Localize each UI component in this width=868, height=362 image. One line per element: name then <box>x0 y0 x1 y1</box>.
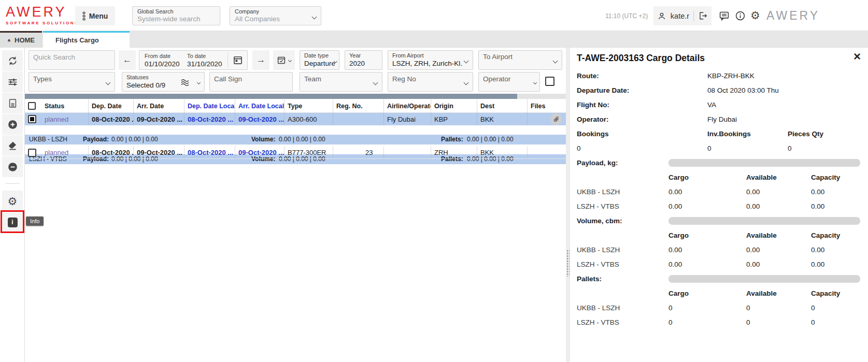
divider <box>227 53 228 67</box>
operator-select[interactable]: Operator <box>478 72 540 92</box>
reg-no-cell <box>333 113 383 125</box>
column-header[interactable]: Files <box>527 99 566 112</box>
tab-flights-cargo[interactable]: Flights Cargo <box>43 31 130 48</box>
next-period-button[interactable]: → <box>252 50 269 70</box>
user-menu[interactable]: kate.r <box>653 6 712 25</box>
column-header[interactable]: Type <box>284 99 333 112</box>
section-columns-row: Cargo Available Capacity <box>570 171 868 186</box>
reg-no-select[interactable]: Reg No <box>388 72 473 92</box>
column-label: Available <box>746 173 777 181</box>
column-header[interactable]: Dep. Date Local <box>184 99 235 112</box>
date-preset-button[interactable] <box>273 50 295 70</box>
from-date-input[interactable]: From date 01/10/2020 <box>145 52 180 68</box>
column-label: Capacity <box>811 231 840 239</box>
cargo-value: 0.00 <box>668 202 682 210</box>
close-icon[interactable]: × <box>853 50 861 63</box>
info-circle-icon[interactable] <box>735 10 746 21</box>
section-header-volume: Volume, cbm: <box>570 215 868 229</box>
to-airport-select[interactable]: To Airport <box>478 50 562 70</box>
stat-value: 0 <box>707 144 712 152</box>
volume-progress-bar <box>668 217 860 225</box>
statuses-select[interactable]: Statuses Selected 0/9 <box>122 72 205 92</box>
panel-splitter[interactable] <box>566 48 570 362</box>
logout-icon[interactable] <box>698 11 708 21</box>
calendar-picker-button[interactable] <box>233 55 243 65</box>
section-columns-row: Cargo Available Capacity <box>570 287 868 302</box>
leg-route: LSZH - VTBS <box>577 202 619 210</box>
global-search-placeholder: System-wide search <box>137 15 215 23</box>
company-select[interactable]: Company All Companies <box>230 6 321 25</box>
brand-wordmark-right: AWERY <box>766 9 820 23</box>
home-icon <box>7 37 11 44</box>
column-header[interactable]: Arr. Date Local <box>235 99 284 112</box>
remove-button[interactable] <box>2 156 23 177</box>
year-label: Year <box>349 52 378 59</box>
menu-button[interactable]: Menu <box>75 6 115 25</box>
arr-date-cell: 09-Oct-2020 ... <box>133 113 184 125</box>
section-data-row: LSZH - VTBS 0.00 0.00 0.00 <box>570 258 868 273</box>
dep-date-cell: 08-Oct-2020 ... <box>88 113 133 125</box>
column-header[interactable]: Airline/Operator <box>383 99 431 112</box>
field-label: Route: <box>577 72 599 80</box>
select-all-checkbox[interactable] <box>28 102 36 110</box>
leg-route: UKBB - LSZH <box>577 304 620 312</box>
team-select[interactable]: Team <box>300 72 382 92</box>
table-row[interactable]: planned 08-Oct-2020 ... 09-Oct-2020 ... … <box>25 113 566 125</box>
cargo-value: 0 <box>668 304 673 312</box>
calendar-icon <box>233 55 243 65</box>
date-type-value: Departure <box>304 59 335 68</box>
splitter-grip[interactable] <box>566 250 570 277</box>
available-value: 0.00 <box>746 202 760 210</box>
year-input[interactable]: Year 2020 <box>345 50 382 70</box>
section-label: Pallets: <box>577 275 602 283</box>
types-select[interactable]: Types <box>29 72 115 92</box>
attachment-button[interactable] <box>550 113 562 125</box>
field-value: KBP-ZRH-BKK <box>707 72 755 80</box>
horizontal-scrollbar[interactable] <box>25 94 566 99</box>
filters-button[interactable] <box>2 71 23 92</box>
column-header[interactable]: Arr. Date <box>133 99 184 112</box>
pallets-label: Pallets: <box>441 136 463 143</box>
table-row[interactable]: planned 08-Oct-2020 ... 09-Oct-2020 ... … <box>25 147 566 159</box>
report-button[interactable] <box>2 93 23 113</box>
payload-progress-bar <box>668 159 860 167</box>
row-checkbox[interactable] <box>28 115 36 123</box>
prev-period-button[interactable]: ← <box>119 50 136 70</box>
row-checkbox[interactable] <box>28 149 36 157</box>
call-sign-label: Call Sign <box>214 75 288 83</box>
arr-date-local-cell: 09-Oct-2020 ... <box>235 113 284 125</box>
date-type-select[interactable]: Date type Departure <box>300 50 339 70</box>
column-header[interactable]: Status <box>41 99 88 112</box>
section-header-payload: Payload, kg: <box>570 157 868 171</box>
add-button[interactable] <box>2 114 23 135</box>
column-label: Cargo <box>668 231 689 239</box>
available-value: 0.00 <box>746 260 760 268</box>
settings-gear-icon[interactable]: ⚙ <box>750 10 760 21</box>
menu-label: Menu <box>89 12 108 20</box>
call-sign-input[interactable]: Call Sign <box>209 72 293 92</box>
volume-label: Volume: <box>251 136 275 143</box>
settings-button[interactable]: ⚙ <box>2 191 23 211</box>
stats-header-row: Bookings Inv.Bookings Pieces Qty <box>570 128 868 142</box>
to-airport-label: To Airport <box>483 53 558 61</box>
column-header[interactable]: Dep. Date <box>88 99 133 112</box>
column-header[interactable]: Reg. No. <box>333 99 383 112</box>
scrollbar-thumb[interactable] <box>25 94 517 99</box>
tab-home[interactable]: HOME <box>0 31 42 48</box>
refresh-button[interactable] <box>2 50 23 71</box>
from-airport-select[interactable]: From Airport LSZH, ZRH, Zurich-Kl... <box>388 50 473 70</box>
filter-checkbox[interactable] <box>545 77 554 86</box>
detail-field-row: Flight No: VA <box>570 99 868 113</box>
column-header[interactable]: Dest <box>477 99 527 112</box>
column-header[interactable]: Origin <box>431 99 477 112</box>
section-columns-row: Cargo Available Capacity <box>570 229 868 244</box>
paperclip-icon <box>551 114 561 124</box>
field-label: Departure Date: <box>577 86 629 94</box>
clear-button[interactable] <box>2 135 23 156</box>
global-search-input[interactable]: Global Search System-wide search <box>132 6 220 25</box>
to-date-value: 31/10/2020 <box>187 60 222 68</box>
feedback-icon[interactable] <box>719 10 730 21</box>
to-date-input[interactable]: To date 31/10/2020 <box>187 52 222 68</box>
reg-no-cell: 23 <box>333 147 383 158</box>
quick-search-input[interactable]: Quick Search <box>29 50 115 70</box>
